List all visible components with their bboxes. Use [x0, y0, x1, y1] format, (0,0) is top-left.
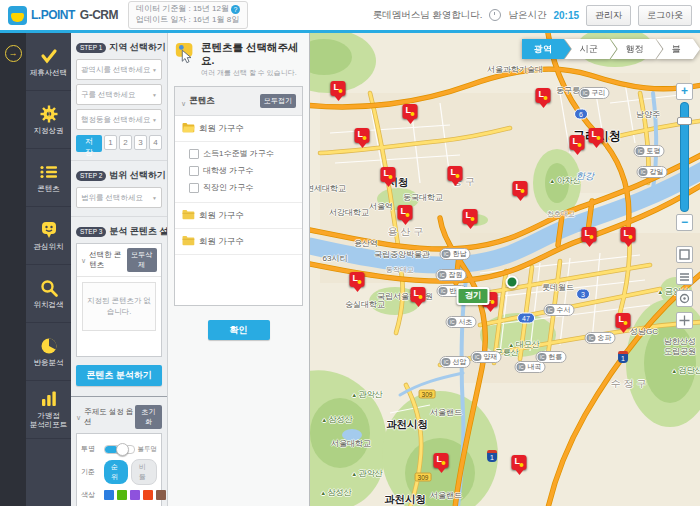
tree-child-row[interactable]: 소득1수준별 가구수 — [189, 145, 302, 162]
basis-ratio-pill[interactable]: 비율 — [131, 459, 157, 485]
lpoint-map-marker[interactable]: L — [512, 455, 527, 470]
lpoint-map-marker[interactable]: L — [463, 209, 478, 224]
slider-knob[interactable] — [116, 443, 129, 456]
pie-icon — [40, 337, 58, 355]
sidebar-item-list[interactable]: 콘텐츠 — [26, 149, 71, 207]
content-panel-title: 콘텐츠를 선택해주세요. — [201, 41, 303, 66]
tree-child-row[interactable]: 대학생 가구수 — [189, 162, 302, 179]
dropdown-select[interactable]: 구를 선택하세요 — [76, 84, 162, 105]
ruler-icon[interactable] — [676, 268, 693, 285]
opacity-slider[interactable] — [104, 445, 135, 454]
map-tools — [676, 246, 693, 329]
sidebar-item-label: 반응분석 — [32, 358, 66, 367]
lpoint-map-marker[interactable]: L — [403, 104, 418, 119]
lpoint-map-marker[interactable]: L — [331, 81, 346, 96]
tree-group-row[interactable]: 회원 가구수 — [175, 229, 302, 255]
region-badge[interactable]: 경기 — [457, 287, 490, 305]
save-slot-button[interactable]: 3 — [134, 135, 147, 150]
folder-icon — [182, 235, 195, 248]
lpoint-map-marker[interactable]: L — [536, 88, 551, 103]
lpoint-map-marker[interactable]: L — [411, 287, 426, 302]
content-select-panel: 콘텐츠를 선택해주세요. 여러 개를 선택 할 수 있습니다. 콘텐츠 모두접기… — [168, 33, 310, 506]
remaining-time-label: 남은시간 — [508, 9, 546, 22]
tree-group-row[interactable]: 회원 가구수 — [175, 203, 302, 229]
reset-view-icon[interactable] — [676, 290, 693, 307]
map-tab-블록[interactable]: 블록 — [656, 39, 700, 59]
content-hand-icon — [174, 41, 196, 65]
zoom-slider[interactable] — [680, 102, 689, 212]
lpoint-map-marker[interactable]: L — [350, 272, 365, 287]
lpoint-map-marker[interactable]: L — [616, 313, 631, 328]
color-swatch[interactable] — [143, 490, 153, 500]
folder-icon — [182, 209, 195, 222]
caret-down-icon — [76, 412, 84, 422]
clock-icon — [489, 9, 501, 21]
logo-lpoint-text: L.POINT — [31, 8, 75, 22]
color-swatch[interactable] — [104, 490, 114, 500]
tree-child-row[interactable]: 직장인 가구수 — [189, 179, 302, 196]
basis-rank-pill[interactable]: 순위 — [104, 460, 128, 484]
checkbox-icon[interactable] — [189, 149, 199, 159]
lpoint-map-marker[interactable]: L — [582, 227, 597, 242]
sidebar-item-smile-pin[interactable]: 관심위치 — [26, 207, 71, 265]
welcome-text: 롯데멤버스님 환영합니다. — [373, 9, 483, 22]
checkbox-icon[interactable] — [189, 183, 199, 193]
lpoint-map-marker[interactable]: L — [355, 128, 370, 143]
map-view[interactable]: 시청구리시청과천시청과천시청용산구수정구중구아차산관악산관악산삼성산삼성산대모산… — [310, 33, 700, 506]
sidebar-item-pie[interactable]: 반응분석 — [26, 323, 71, 381]
reset-button[interactable]: 초기화 — [135, 405, 162, 429]
content-panel-subtitle: 여러 개를 선택 할 수 있습니다. — [201, 68, 303, 78]
lpoint-map-marker[interactable]: L — [513, 181, 528, 196]
lpoint-map-marker[interactable]: L — [621, 227, 636, 242]
dropdown-select[interactable]: 행정동을 선택하세요 — [76, 109, 162, 130]
basis-label: 기준 — [81, 467, 101, 477]
green-map-marker[interactable] — [506, 276, 519, 289]
save-slot-button[interactable]: 4 — [149, 135, 162, 150]
dropdown-select[interactable]: 범위를 선택하세요 — [76, 187, 162, 208]
lpoint-map-marker[interactable]: L — [398, 205, 413, 220]
bar-chart-icon — [40, 390, 58, 408]
sidebar-item-label: 가맹점 분석리포트 — [26, 411, 71, 429]
sidebar-item-label: 지정상권 — [32, 126, 66, 135]
map-tab-행정동[interactable]: 행정동 — [611, 39, 663, 59]
app-window: L.POINT G-CRM 데이터 기준월 : 15년 12월? 업데이트 일자… — [0, 0, 700, 506]
map-tab-시군구[interactable]: 시군구 — [565, 39, 617, 59]
lpoint-map-marker[interactable]: L — [570, 135, 585, 150]
color-swatch[interactable] — [130, 490, 140, 500]
delete-all-button[interactable]: 모두삭제 — [127, 248, 157, 272]
sidebar-item-search[interactable]: 위치검색 — [26, 265, 71, 323]
save-slot-button[interactable]: 2 — [119, 135, 132, 150]
sidebar-item-bar-chart[interactable]: 가맹점 분석리포트 — [26, 381, 71, 439]
fullscreen-icon[interactable] — [676, 246, 693, 263]
color-swatch[interactable] — [117, 490, 127, 500]
save-button[interactable]: 저장 — [76, 135, 102, 152]
tree-group-row[interactable]: 회원 가구수 — [175, 116, 302, 142]
map-tab-광역시[interactable]: 광역시 — [522, 39, 571, 59]
lpoint-map-marker[interactable]: L — [448, 166, 463, 181]
caret-down-icon — [81, 255, 89, 265]
lpoint-map-marker[interactable]: L — [381, 167, 396, 182]
sidebar-item-gear[interactable]: 1지정상권 — [26, 91, 71, 149]
dropdown-select[interactable]: 광역시를 선택하세요 — [76, 59, 162, 80]
save-slot-button[interactable]: 1 — [104, 135, 117, 150]
zoom-out-button[interactable]: − — [676, 214, 693, 231]
confirm-button[interactable]: 확인 — [208, 320, 270, 340]
color-swatch[interactable] — [156, 490, 166, 500]
collapse-arrow-icon[interactable]: → — [5, 45, 22, 62]
sidebar-item-check[interactable]: 제휴사선택 — [26, 33, 71, 91]
analyze-content-button[interactable]: 콘텐츠 분석하기 — [76, 365, 162, 386]
smile-pin-icon — [40, 221, 58, 239]
step1-badge: STEP 1 — [76, 43, 106, 53]
app-logo: L.POINT G-CRM — [8, 6, 118, 25]
empty-content-message: 지정된 콘텐츠가 없습니다. — [82, 282, 156, 331]
logout-button[interactable]: 로그아웃 — [638, 5, 692, 26]
checkbox-icon[interactable] — [189, 166, 199, 176]
admin-button[interactable]: 관리자 — [586, 5, 631, 26]
crosshair-icon[interactable] — [676, 312, 693, 329]
lpoint-map-marker[interactable]: L — [434, 453, 449, 468]
lpoint-map-marker[interactable]: L — [589, 128, 604, 143]
help-icon[interactable]: ? — [231, 5, 240, 14]
zoom-slider-handle[interactable] — [677, 117, 692, 125]
zoom-in-button[interactable]: + — [676, 83, 693, 100]
collapse-all-button[interactable]: 모두접기 — [260, 94, 296, 108]
